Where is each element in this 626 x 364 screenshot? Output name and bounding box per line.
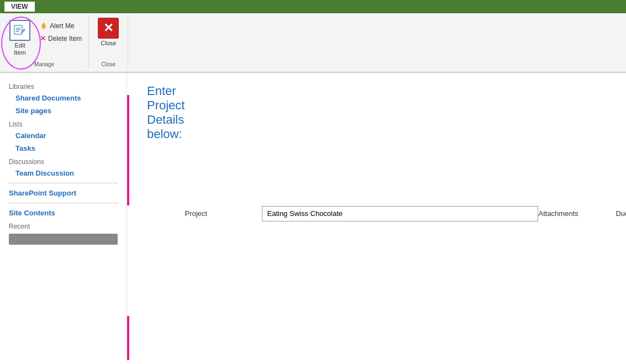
delete-x-icon: ✕ <box>40 34 46 43</box>
edit-item-button[interactable]: Edit Item <box>4 18 35 59</box>
due-date-label: Due Date <box>616 209 626 218</box>
lists-label: Lists <box>0 117 127 129</box>
close-group-label: Close <box>102 59 116 67</box>
manage-group: Edit Item Alert Me ✕ Delete Item Mana <box>0 15 89 70</box>
attachments-field-row: Attachments <box>538 84 616 343</box>
view-tab[interactable]: VIEW <box>4 2 35 12</box>
recent-label: Recent <box>0 219 127 231</box>
sidebar-item-tasks[interactable]: Tasks <box>0 142 127 155</box>
svg-point-6 <box>43 28 45 30</box>
close-group: ✕ Close Close <box>89 15 128 70</box>
close-label: Close <box>101 40 116 46</box>
close-button[interactable]: ✕ Close <box>98 18 119 46</box>
close-x-icon: ✕ <box>103 22 113 34</box>
alert-me-button[interactable]: Alert Me <box>38 21 84 31</box>
edit-item-label: Edit Item <box>14 42 25 56</box>
sidebar-item-calendar[interactable]: Calendar <box>0 129 127 142</box>
discussions-label: Discussions <box>0 155 127 167</box>
sidebar-sharepoint-support[interactable]: SharePoint Support <box>0 187 127 199</box>
alert-me-label: Alert Me <box>50 22 75 30</box>
attachments-label: Attachments <box>538 209 616 218</box>
accent-bar-bottom <box>127 316 129 360</box>
sidebar-item-shared-documents[interactable]: Shared Documents <box>0 92 127 104</box>
due-date-field-row: Due Date <box>616 84 626 343</box>
manage-group-label: Manage <box>34 59 54 67</box>
divider-2 <box>9 203 118 203</box>
svg-marker-4 <box>21 29 25 33</box>
project-input[interactable] <box>262 206 538 221</box>
sidebar-site-contents[interactable]: Site Contents <box>0 207 127 219</box>
alert-icon <box>40 22 48 30</box>
project-field-row: Project <box>185 84 538 343</box>
sidebar-item-team-discussion[interactable]: Team Discussion <box>0 167 127 180</box>
delete-item-button[interactable]: ✕ Delete Item <box>38 33 84 44</box>
project-label: Project <box>185 209 262 218</box>
edit-icon <box>13 24 27 37</box>
divider-1 <box>9 183 118 183</box>
form-title: Enter Project Details below: <box>147 84 185 341</box>
small-buttons-col: Alert Me ✕ Delete Item <box>38 18 84 44</box>
delete-item-label: Delete Item <box>48 35 82 43</box>
recent-item <box>9 234 118 245</box>
accent-bar-top <box>127 95 129 205</box>
libraries-label: Libraries <box>0 80 127 92</box>
sidebar-item-site-pages[interactable]: Site pages <box>0 104 127 117</box>
